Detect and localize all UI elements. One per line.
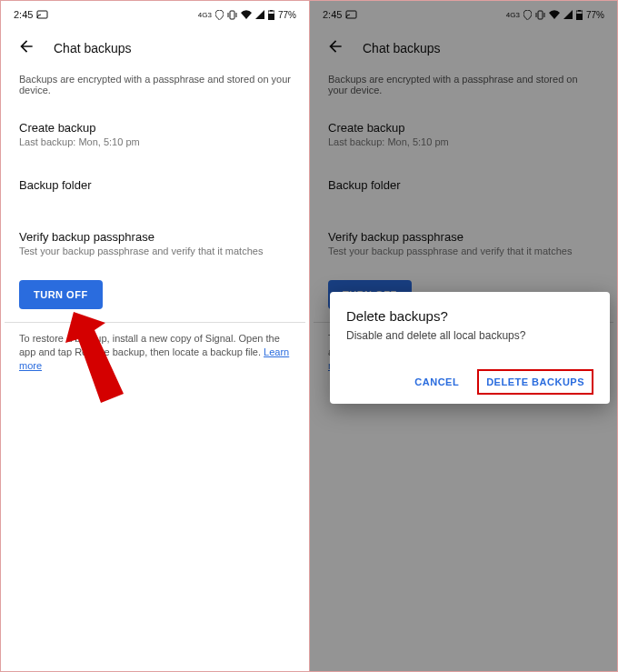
- signal-icon: [255, 10, 264, 19]
- wifi-icon: [241, 10, 252, 19]
- verify-passphrase-subtitle: Test your backup passphrase and verify t…: [19, 246, 291, 256]
- dialog-message: Disable and delete all local backups?: [346, 329, 593, 342]
- cast-icon: [36, 10, 48, 20]
- back-arrow-icon[interactable]: [17, 37, 35, 59]
- verify-passphrase-title: Verify backup passphrase: [19, 230, 291, 244]
- create-backup-item[interactable]: Create backup Last backup: Mon, 5:10 pm: [5, 112, 305, 164]
- app-bar: Chat backups: [5, 25, 305, 68]
- vibrate-icon: [227, 10, 237, 20]
- cancel-button[interactable]: CANCEL: [409, 369, 464, 395]
- backup-folder-item[interactable]: Backup folder: [5, 169, 305, 208]
- delete-backups-dialog: Delete backups? Disable and delete all l…: [330, 292, 610, 404]
- battery-percent: 77%: [278, 10, 296, 20]
- page-title: Chat backups: [54, 41, 132, 55]
- svg-rect-0: [37, 11, 47, 18]
- battery-icon: [268, 10, 274, 20]
- delete-backups-button[interactable]: DELETE BACKUPS: [477, 369, 593, 395]
- svg-rect-5: [268, 14, 274, 20]
- svg-rect-6: [270, 10, 273, 12]
- location-icon: [215, 10, 224, 20]
- restore-note: To restore a backup, install a new copy …: [5, 323, 305, 382]
- network-label: 4G3: [198, 11, 212, 19]
- backup-description: Backups are encrypted with a passphrase …: [5, 68, 305, 112]
- create-backup-subtitle: Last backup: Mon, 5:10 pm: [19, 136, 291, 147]
- backup-folder-title: Backup folder: [19, 178, 291, 192]
- svg-rect-1: [230, 11, 234, 19]
- create-backup-title: Create backup: [19, 121, 291, 135]
- turn-off-button[interactable]: TURN OFF: [19, 280, 103, 309]
- status-bar: 2:45 4G3 77%: [5, 5, 305, 25]
- clock: 2:45: [14, 9, 33, 20]
- verify-passphrase-item[interactable]: Verify backup passphrase Test your backu…: [5, 221, 305, 273]
- restore-note-text: To restore a backup, install a new copy …: [19, 333, 280, 357]
- dialog-title: Delete backups?: [346, 308, 593, 324]
